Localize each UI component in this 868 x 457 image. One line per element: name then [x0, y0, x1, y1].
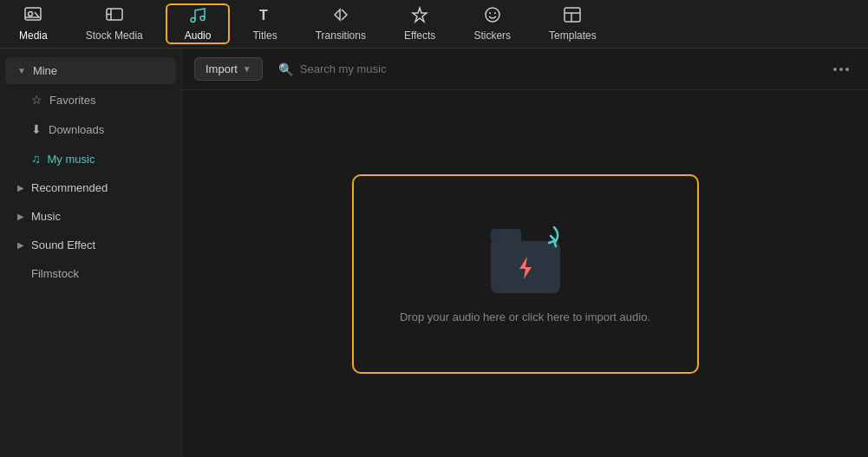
- stock-media-icon: [105, 6, 124, 26]
- search-icon: 🔍: [278, 62, 293, 76]
- drop-zone-text: Drop your audio here or click here to im…: [400, 310, 650, 323]
- sidebar-item-filmstock[interactable]: Filmstock: [5, 260, 176, 287]
- nav-media-label: Media: [19, 29, 48, 42]
- svg-point-5: [191, 18, 195, 23]
- sidebar-my-music-label: My music: [48, 153, 95, 166]
- my-music-icon: ♫: [31, 152, 41, 166]
- nav-item-titles[interactable]: T Titles: [233, 0, 296, 48]
- svg-text:T: T: [259, 8, 268, 23]
- drop-zone[interactable]: Drop your audio here or click here to im…: [352, 174, 699, 374]
- drop-area-container: Drop your audio here or click here to im…: [182, 90, 868, 457]
- favorites-icon: ☆: [31, 93, 42, 107]
- search-input[interactable]: [300, 62, 811, 75]
- sidebar-section-music[interactable]: ▶ Music: [5, 203, 176, 230]
- nav-stock-media-label: Stock Media: [86, 29, 143, 42]
- sidebar-section-sound-effect[interactable]: ▶ Sound Effect: [5, 232, 176, 258]
- svg-point-6: [200, 16, 205, 21]
- more-dot-3: [845, 68, 849, 71]
- nav-templates-label: Templates: [549, 29, 597, 42]
- toolbar: Import ▼ 🔍: [182, 49, 868, 90]
- sidebar-section-mine[interactable]: ▼ Mine: [5, 57, 176, 84]
- sound-effect-arrow-icon: ▶: [17, 240, 24, 250]
- nav-stickers-label: Stickers: [473, 29, 511, 42]
- lightning-icon: [516, 255, 535, 286]
- svg-point-9: [489, 12, 491, 14]
- audio-icon: [188, 6, 207, 26]
- titles-icon: T: [256, 6, 275, 26]
- folder-icon: [486, 224, 565, 293]
- sidebar-filmstock-label: Filmstock: [31, 267, 79, 280]
- sidebar-section-recommended[interactable]: ▶ Recommended: [5, 174, 176, 201]
- downloads-icon: ⬇: [31, 122, 42, 136]
- templates-icon: [563, 6, 582, 26]
- music-arrow-icon: ▶: [17, 212, 24, 221]
- sidebar-recommended-label: Recommended: [31, 181, 108, 194]
- sidebar-downloads-label: Downloads: [49, 123, 104, 136]
- import-dropdown-arrow: ▼: [243, 64, 251, 74]
- transitions-icon: [331, 6, 350, 26]
- sidebar-music-label: Music: [31, 210, 61, 223]
- recommended-arrow-icon: ▶: [17, 183, 24, 193]
- nav-item-stock-media[interactable]: Stock Media: [67, 0, 162, 48]
- nav-item-audio[interactable]: Audio: [166, 3, 231, 44]
- sidebar-sound-effect-label: Sound Effect: [31, 238, 95, 251]
- nav-effects-label: Effects: [404, 29, 435, 42]
- svg-marker-14: [519, 257, 532, 279]
- sidebar-item-my-music[interactable]: ♫ My music: [5, 145, 176, 173]
- media-icon: [23, 6, 42, 26]
- nav-audio-label: Audio: [185, 29, 212, 42]
- svg-rect-11: [565, 8, 580, 22]
- nav-item-effects[interactable]: Effects: [385, 0, 454, 48]
- import-button[interactable]: Import ▼: [194, 57, 263, 81]
- folder-tab: [491, 229, 521, 241]
- svg-point-10: [494, 12, 496, 14]
- svg-point-1: [29, 12, 33, 16]
- sidebar-item-favorites[interactable]: ☆ Favorites: [5, 86, 176, 114]
- main-area: ▼ Mine ☆ Favorites ⬇ Downloads ♫ My musi…: [0, 49, 868, 457]
- nav-item-stickers[interactable]: Stickers: [454, 0, 530, 48]
- download-arrow-icon: [537, 224, 561, 254]
- sidebar-item-downloads[interactable]: ⬇ Downloads: [5, 115, 176, 143]
- more-dot-1: [833, 68, 837, 71]
- right-panel: Import ▼ 🔍: [182, 49, 868, 457]
- nav-item-templates[interactable]: Templates: [530, 0, 616, 48]
- nav-transitions-label: Transitions: [316, 29, 366, 42]
- more-dot-2: [839, 68, 843, 71]
- sidebar-favorites-label: Favorites: [49, 94, 95, 107]
- sidebar: ▼ Mine ☆ Favorites ⬇ Downloads ♫ My musi…: [0, 49, 182, 457]
- stickers-icon: [483, 6, 502, 26]
- mine-arrow-icon: ▼: [17, 66, 26, 75]
- sidebar-mine-label: Mine: [33, 64, 57, 77]
- nav-item-media[interactable]: Media: [0, 0, 67, 48]
- nav-titles-label: Titles: [252, 29, 277, 42]
- import-label: Import: [206, 62, 238, 75]
- svg-point-8: [486, 8, 499, 22]
- search-box: 🔍: [271, 59, 818, 80]
- top-navigation: Media Stock Media Audio T Titles Transit…: [0, 0, 868, 49]
- effects-icon: [410, 6, 429, 26]
- more-options-button[interactable]: [826, 64, 856, 75]
- nav-item-transitions[interactable]: Transitions: [297, 0, 385, 48]
